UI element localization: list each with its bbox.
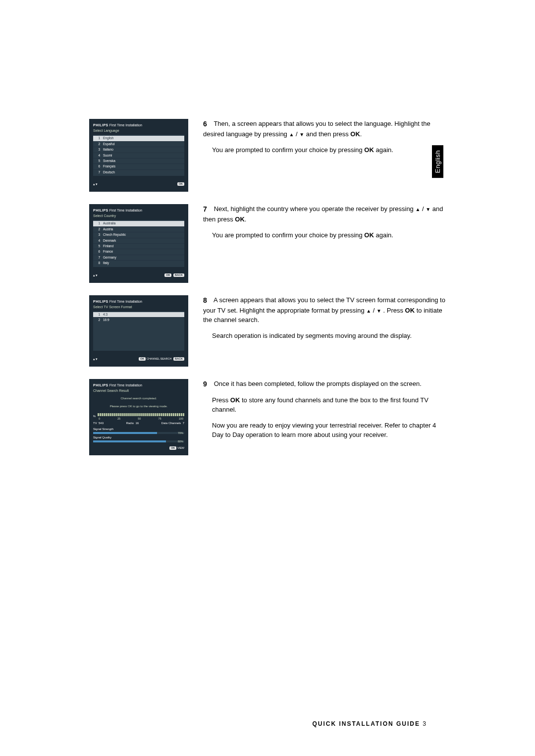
tv-select-country: PHILIPS First Time Installation Select C… (89, 204, 188, 282)
progress-bar (98, 413, 184, 416)
tv-title: First Time Installation (109, 209, 142, 212)
nav-arrows-icon (93, 357, 98, 362)
result-msg: Channel search completed. (93, 395, 184, 403)
channel-search-label: CHANNEL SEARCH (147, 357, 172, 360)
step-text: Search operation is indicated by segment… (212, 331, 446, 341)
tv-list: 1Australia 2Austria 3Chech Republic 4Den… (93, 220, 184, 267)
list-item[interactable]: 5Svenska (93, 159, 184, 164)
list-item[interactable]: 8Italy (93, 261, 184, 266)
tv-select-format: PHILIPS First Time Installation Select T… (89, 295, 188, 367)
tv-title: First Time Installation (109, 123, 142, 127)
page: English PHILIPS First Time Installation … (0, 0, 535, 497)
progress-scale: 0255075100 (98, 417, 184, 421)
pct-label: % (93, 415, 96, 418)
brand-label: PHILIPS (93, 123, 108, 127)
step-number: 8 (203, 295, 212, 306)
signal-quality: Signal Quality 80% (93, 435, 184, 443)
list-item[interactable]: 6Français (93, 164, 184, 169)
list-item[interactable]: 4Denmark (93, 238, 184, 244)
list-item[interactable]: 14:3 (93, 312, 184, 318)
brand-label: PHILIPS (93, 300, 108, 303)
list-item[interactable]: 216:9 (93, 318, 184, 323)
list-item[interactable]: 1Australia (93, 221, 184, 226)
tv-subtitle: Channel Search Result (93, 388, 184, 393)
ok-badge[interactable]: OK (164, 273, 171, 277)
list-item[interactable]: 3Italiano (93, 147, 184, 153)
step-number: 9 (203, 379, 212, 389)
arrow-down-icon (426, 205, 430, 213)
page-number: 3 (423, 720, 426, 727)
tv-title: First Time Installation (109, 300, 142, 303)
view-label: VIEW (177, 446, 184, 449)
list-item[interactable]: 4Suomi (93, 153, 184, 159)
step-8: PHILIPS First Time Installation Select T… (89, 295, 446, 367)
tv-search-result: PHILIPS First Time Installation Channel … (89, 379, 188, 455)
step-7: PHILIPS First Time Installation Select C… (89, 204, 446, 282)
list-item[interactable]: 2Español (93, 142, 184, 147)
step-text: You are prompted to confirm your choice … (212, 145, 446, 155)
step-text: 7 Next, highlight the country where you … (203, 204, 446, 224)
step-text: Now you are ready to enjoy viewing your … (212, 421, 446, 440)
signal-strength: Signal Strength 70% (93, 427, 184, 435)
step-text: Press OK to store any found channels and… (212, 395, 446, 415)
step-text: You are prompted to confirm your choice … (212, 230, 446, 240)
back-badge[interactable]: BACK (173, 273, 184, 277)
list-item[interactable]: 7Deutsch (93, 170, 184, 175)
step-text: 6 Then, a screen appears that allows you… (203, 119, 446, 139)
step-6: PHILIPS First Time Installation Select L… (89, 119, 446, 192)
arrow-up-icon (289, 130, 294, 138)
list-item[interactable]: 7Germany (93, 255, 184, 261)
language-tab: English (432, 145, 443, 178)
step-text: 8 A screen appears that allows you to se… (203, 295, 446, 325)
step-number: 7 (203, 204, 212, 215)
list-item[interactable]: 5Finland (93, 244, 184, 249)
arrow-up-icon (415, 205, 420, 213)
step-text: 9 Once it has been completed, follow the… (203, 379, 446, 389)
list-item[interactable]: 2Austria (93, 227, 184, 232)
step-number: 6 (203, 119, 212, 129)
list-item[interactable]: 3Chech Republic (93, 232, 184, 238)
ok-badge[interactable]: OK (169, 446, 176, 450)
ok-badge[interactable]: OK (139, 357, 146, 361)
list-item[interactable]: 1English (93, 136, 184, 141)
step-9: PHILIPS First Time Installation Channel … (89, 379, 446, 455)
footer-title: QUICK INSTALLATION GUIDE (312, 720, 420, 727)
brand-label: PHILIPS (93, 209, 108, 212)
tv-subtitle: Select Country (93, 214, 184, 218)
arrow-down-icon (299, 130, 304, 138)
ok-badge[interactable]: OK (177, 182, 184, 186)
tv-list: 14:3 216:9 (93, 311, 184, 351)
back-badge[interactable]: BACK (173, 357, 184, 361)
tv-list: 1English 2Español 3Italiano 4Suomi 5Sven… (93, 135, 184, 176)
arrow-up-icon (366, 307, 371, 314)
tv-title: First Time Installation (109, 383, 142, 387)
tv-select-language: PHILIPS First Time Installation Select L… (89, 119, 188, 192)
page-footer: QUICK INSTALLATION GUIDE 3 (312, 720, 426, 727)
result-msg: Please press OK to go to the viewing mod… (93, 403, 184, 411)
brand-label: PHILIPS (93, 383, 108, 387)
arrow-down-icon (376, 307, 381, 314)
tv-subtitle: Select Language (93, 128, 184, 133)
tv-subtitle: Select TV Screen Format (93, 305, 184, 309)
list-item[interactable]: 6France (93, 249, 184, 255)
nav-arrows-icon (93, 182, 98, 187)
stats-row: TV 543 Radio 16 Data Channels 7 (93, 421, 184, 427)
nav-arrows-icon (93, 273, 98, 278)
